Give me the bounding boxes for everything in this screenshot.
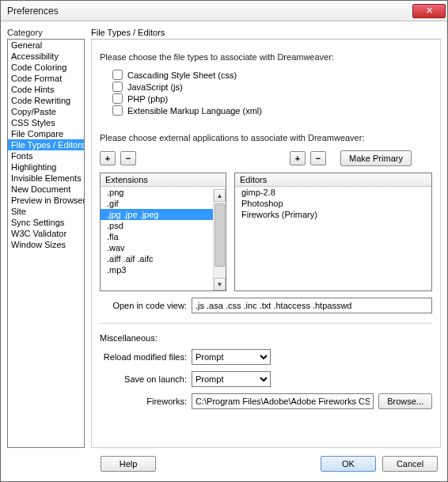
file-types-prompt: Please choose the file types to associat… xyxy=(100,52,432,62)
remove-editor-button[interactable]: − xyxy=(310,151,326,165)
category-item[interactable]: Code Rewriting xyxy=(8,95,84,106)
cancel-button[interactable]: Cancel xyxy=(382,456,438,472)
category-item[interactable]: New Document xyxy=(8,184,84,195)
extension-item[interactable]: .psd xyxy=(101,220,213,231)
add-extension-button[interactable]: + xyxy=(100,151,116,165)
misc-row: Miscellaneous: xyxy=(100,333,432,343)
ok-button[interactable]: OK xyxy=(321,456,376,472)
category-list[interactable]: GeneralAccessibilityCode ColoringCode Fo… xyxy=(7,39,85,448)
file-types-group: Cascading Style Sheet (css)JavaScript (j… xyxy=(100,68,432,117)
plus-icon: + xyxy=(295,154,300,163)
dialog-body: Category GeneralAccessibilityCode Colori… xyxy=(1,21,447,454)
editors-items: gimp-2.8PhotoshopFireworks (Primary) xyxy=(235,187,431,290)
category-item[interactable]: Code Coloring xyxy=(8,62,84,73)
file-type-row: PHP (php) xyxy=(112,93,432,104)
save-on-launch-label: Save on launch: xyxy=(100,374,187,384)
extension-item[interactable]: .aiff .aif .aifc xyxy=(101,253,213,264)
category-item[interactable]: Invisible Elements xyxy=(8,173,84,184)
category-label: Category xyxy=(7,28,85,39)
close-button[interactable]: ✕ xyxy=(412,4,446,18)
editor-item[interactable]: Photoshop xyxy=(235,198,431,209)
category-item[interactable]: General xyxy=(8,40,84,51)
editors-listbox[interactable]: Editors gimp-2.8PhotoshopFireworks (Prim… xyxy=(234,173,432,291)
file-type-row: Cascading Style Sheet (css) xyxy=(112,70,432,80)
category-item[interactable]: Code Hints xyxy=(8,84,84,95)
file-type-label: Extensible Markup Language (xml) xyxy=(127,106,262,116)
open-in-code-view-input[interactable] xyxy=(192,298,432,313)
scroll-thumb[interactable] xyxy=(215,203,225,267)
lists-row: Extensions .png.gif.jpg .jpe .jpeg.psd.f… xyxy=(100,173,432,291)
panel-body: Please choose the file types to associat… xyxy=(91,39,441,448)
main-panel: File Types / Editors Please choose the f… xyxy=(91,28,441,448)
titlebar: Preferences ✕ xyxy=(1,1,447,21)
scroll-up-icon[interactable]: ▲ xyxy=(214,189,226,202)
add-editor-button[interactable]: + xyxy=(290,151,306,165)
extension-item[interactable]: .mp3 xyxy=(101,264,213,275)
extensions-items: .png.gif.jpg .jpe .jpeg.psd.fla.wav.aiff… xyxy=(101,187,226,290)
file-type-checkbox[interactable] xyxy=(112,105,123,116)
browse-button[interactable]: Browse... xyxy=(378,393,432,409)
extensions-listbox[interactable]: Extensions .png.gif.jpg .jpe .jpeg.psd.f… xyxy=(100,173,226,291)
extension-item[interactable]: .fla xyxy=(101,231,213,242)
window-title: Preferences xyxy=(7,6,412,17)
fireworks-path-input[interactable] xyxy=(192,393,374,409)
plus-icon: + xyxy=(105,154,110,163)
category-item[interactable]: W3C Validator xyxy=(8,228,84,239)
save-on-launch-row: Save on launch: PromptAlwaysNever xyxy=(100,371,432,387)
reload-label: Reload modified files: xyxy=(100,352,187,362)
remove-extension-button[interactable]: − xyxy=(120,151,136,165)
category-item[interactable]: Window Sizes xyxy=(8,239,84,250)
extensions-header: Extensions xyxy=(101,173,226,187)
misc-label: Miscellaneous: xyxy=(100,333,158,343)
make-primary-button[interactable]: Make Primary xyxy=(340,150,412,166)
editor-item[interactable]: gimp-2.8 xyxy=(235,187,431,198)
extensions-scrollbar[interactable]: ▲ ▼ xyxy=(213,189,226,290)
category-item[interactable]: File Types / Editors xyxy=(8,139,84,150)
file-type-label: Cascading Style Sheet (css) xyxy=(127,70,237,80)
fireworks-label: Fireworks: xyxy=(100,397,187,406)
category-item[interactable]: Highlighting xyxy=(8,161,84,173)
extension-item[interactable]: .gif xyxy=(101,198,213,209)
file-type-row: Extensible Markup Language (xml) xyxy=(112,105,432,116)
category-item[interactable]: Sync Settings xyxy=(8,217,84,228)
panel-title: File Types / Editors xyxy=(91,28,441,39)
file-type-checkbox[interactable] xyxy=(112,93,123,104)
open-in-code-view-label: Open in code view: xyxy=(100,301,187,310)
scroll-down-icon[interactable]: ▼ xyxy=(214,278,226,290)
minus-icon: − xyxy=(316,154,321,163)
category-item[interactable]: CSS Styles xyxy=(8,117,84,128)
category-item[interactable]: Preview in Browser xyxy=(8,195,84,206)
category-item[interactable]: Copy/Paste xyxy=(8,106,84,117)
reload-select[interactable]: PromptAlwaysNever xyxy=(192,349,271,365)
ext-editor-toolbar: + − + − Make Primary xyxy=(100,150,432,166)
file-type-row: JavaScript (js) xyxy=(112,82,432,92)
extension-item[interactable]: .png xyxy=(101,187,213,198)
open-in-code-view-row: Open in code view: xyxy=(100,298,432,313)
separator xyxy=(100,323,432,324)
file-type-label: PHP (php) xyxy=(127,94,168,104)
minus-icon: − xyxy=(126,154,131,163)
file-type-checkbox[interactable] xyxy=(112,82,123,92)
file-type-checkbox[interactable] xyxy=(112,70,123,80)
extension-item[interactable]: .jpg .jpe .jpeg xyxy=(101,209,213,220)
preferences-window: Preferences ✕ Category GeneralAccessibil… xyxy=(0,0,448,482)
category-item[interactable]: Fonts xyxy=(8,150,84,161)
category-item[interactable]: File Compare xyxy=(8,128,84,139)
help-button[interactable]: Help xyxy=(101,456,156,472)
category-item[interactable]: Accessibility xyxy=(8,51,84,62)
close-icon: ✕ xyxy=(426,6,433,15)
category-item[interactable]: Site xyxy=(8,206,84,217)
dialog-footer: Help OK Cancel xyxy=(1,454,447,481)
save-on-launch-select[interactable]: PromptAlwaysNever xyxy=(192,371,271,387)
category-item[interactable]: Code Format xyxy=(8,73,84,84)
fireworks-row: Fireworks: Browse... xyxy=(100,393,432,409)
editor-item[interactable]: Fireworks (Primary) xyxy=(235,209,431,220)
category-column: Category GeneralAccessibilityCode Colori… xyxy=(7,28,85,448)
file-type-label: JavaScript (js) xyxy=(127,82,183,92)
reload-row: Reload modified files: PromptAlwaysNever xyxy=(100,349,432,365)
external-apps-prompt: Please choose external applications to a… xyxy=(100,133,432,142)
editors-header: Editors xyxy=(235,173,431,187)
extension-item[interactable]: .wav xyxy=(101,242,213,253)
